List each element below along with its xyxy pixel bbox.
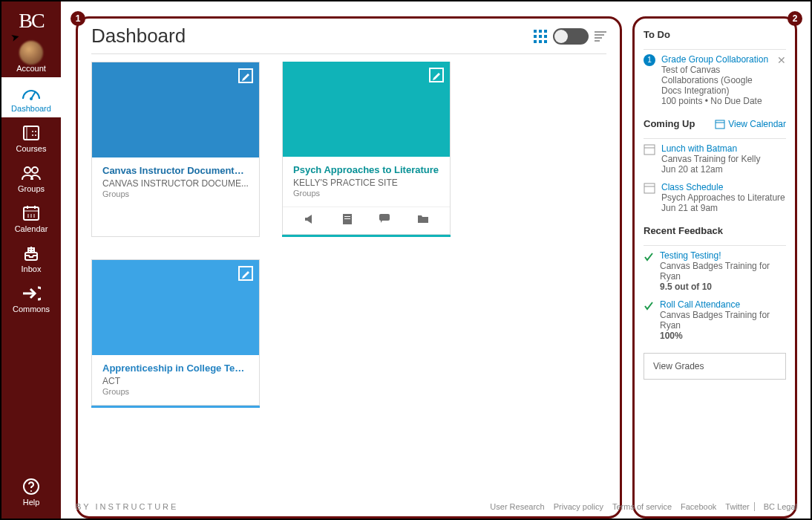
logo: BC (19, 1, 43, 37)
coming-item[interactable]: Class Schedule Psych Approaches to Liter… (644, 182, 786, 213)
feedback-heading: Recent Feedback (644, 225, 786, 236)
footer-link[interactable]: User Research (490, 502, 544, 511)
nav-groups[interactable]: Groups (1, 157, 61, 198)
view-grades-button[interactable]: View Grades (644, 353, 786, 380)
svg-rect-40 (644, 183, 655, 193)
calendar-icon (1, 204, 61, 223)
coming-heading: Coming Up (644, 118, 695, 129)
nav-help-label: Help (1, 498, 61, 507)
edit-course-icon[interactable] (238, 68, 253, 83)
footer-link[interactable]: BC Legal (764, 502, 797, 511)
discussions-icon[interactable] (379, 213, 390, 228)
svg-rect-28 (544, 40, 547, 43)
svg-rect-23 (534, 35, 537, 38)
course-card[interactable]: Apprenticeship in College Teachi... ACT … (91, 259, 260, 406)
annotation-badge-1: 1 (71, 11, 85, 26)
course-sub: Groups (102, 387, 249, 396)
groups-icon (1, 163, 61, 183)
course-title: Apprenticeship in College Teachi... (102, 363, 249, 374)
svg-rect-2 (24, 126, 39, 140)
nav-groups-label: Groups (1, 184, 61, 193)
edit-course-icon[interactable] (238, 266, 253, 281)
nav-account[interactable]: Account (1, 37, 61, 77)
course-sub: Groups (293, 189, 439, 198)
nav-calendar-label: Calendar (1, 224, 61, 233)
svg-rect-25 (544, 35, 547, 38)
edit-course-icon[interactable] (429, 68, 444, 82)
inbox-icon (1, 244, 61, 263)
feedback-item[interactable]: Testing Testing! Canvas Badges Training … (644, 250, 786, 292)
files-icon[interactable] (417, 213, 429, 228)
svg-rect-34 (379, 214, 390, 221)
svg-point-4 (32, 131, 33, 132)
nav-inbox[interactable]: Inbox (1, 238, 61, 278)
todo-heading: To Do (644, 29, 786, 40)
check-icon (644, 252, 654, 262)
svg-rect-21 (539, 30, 542, 33)
courses-icon (1, 123, 61, 143)
nav-courses-label: Courses (1, 144, 61, 153)
nav-courses[interactable]: Courses (1, 117, 61, 157)
nav-calendar[interactable]: Calendar (1, 198, 61, 238)
calendar-small-icon (644, 143, 655, 155)
svg-rect-22 (544, 30, 547, 33)
svg-point-1 (30, 97, 33, 100)
svg-rect-33 (344, 218, 350, 219)
nav-dashboard-label: Dashboard (1, 104, 61, 113)
page-title: Dashboard (91, 25, 186, 48)
nav-commons[interactable]: Commons (1, 278, 61, 318)
svg-point-19 (30, 490, 32, 492)
calendar-small-icon (715, 119, 725, 129)
global-nav: BC Account Dashboard Courses Groups Cale… (1, 1, 61, 519)
todo-item[interactable]: 1 Grade Group Collaboration Test of Canv… (644, 54, 786, 106)
todo-meta: 100 points • No Due Date (661, 96, 771, 106)
nav-help[interactable]: Help (1, 471, 61, 511)
check-icon (644, 301, 654, 311)
close-icon[interactable]: ✕ (777, 54, 786, 106)
grid-view-icon[interactable] (534, 30, 547, 43)
svg-point-8 (24, 167, 30, 173)
footer-link[interactable]: Twitter (725, 502, 754, 511)
footer-brand: By Instructure (76, 502, 178, 511)
nav-dashboard[interactable]: Dashboard (1, 77, 61, 117)
footer-link[interactable]: Terms of service (612, 502, 672, 511)
calendar-small-icon (644, 182, 655, 194)
svg-rect-20 (534, 30, 537, 33)
coming-item[interactable]: Lunch with Batman Canvas Training for Ke… (644, 143, 786, 175)
nav-inbox-label: Inbox (1, 264, 61, 273)
course-title: Canvas Instructor Documentatio... (102, 165, 249, 176)
sidebar-panel: 2 To Do 1 Grade Group Collaboration Test… (632, 16, 797, 519)
footer-link[interactable]: Facebook (681, 502, 716, 511)
nav-commons-label: Commons (1, 305, 61, 313)
course-code: KELLY'S PRACTICE SITE (293, 178, 439, 188)
announcements-icon[interactable] (304, 213, 315, 228)
svg-rect-38 (644, 145, 655, 155)
nav-account-label: Account (1, 64, 61, 73)
dashboard-icon (1, 83, 61, 103)
footer-link[interactable]: Privacy policy (554, 502, 603, 511)
feedback-item[interactable]: Roll Call Attendance Canvas Badges Train… (644, 299, 786, 341)
course-card[interactable]: Psych Approaches to Literature KELLY'S P… (282, 62, 451, 235)
svg-point-6 (32, 134, 33, 136)
annotation-badge-2: 2 (788, 11, 802, 26)
svg-rect-36 (716, 120, 724, 129)
course-code: ACT (102, 376, 249, 386)
todo-count-badge: 1 (644, 54, 655, 66)
list-view-icon[interactable] (595, 31, 606, 42)
svg-rect-27 (539, 40, 542, 43)
help-icon (1, 477, 61, 496)
avatar (19, 41, 43, 65)
commons-icon (1, 284, 61, 303)
view-toggle-switch[interactable] (553, 28, 589, 45)
view-calendar-link[interactable]: View Calendar (715, 119, 786, 129)
svg-rect-24 (539, 35, 542, 38)
svg-point-7 (35, 134, 36, 136)
svg-point-9 (32, 167, 38, 173)
svg-rect-32 (344, 216, 350, 217)
svg-rect-10 (24, 207, 39, 220)
todo-desc: Test of Canvas Collaborations (Google Do… (661, 65, 771, 96)
todo-link[interactable]: Grade Group Collaboration (661, 54, 771, 65)
course-title: Psych Approaches to Literature (293, 164, 439, 175)
course-card[interactable]: Canvas Instructor Documentatio... CANVAS… (91, 62, 260, 237)
assignments-icon[interactable] (342, 213, 353, 228)
